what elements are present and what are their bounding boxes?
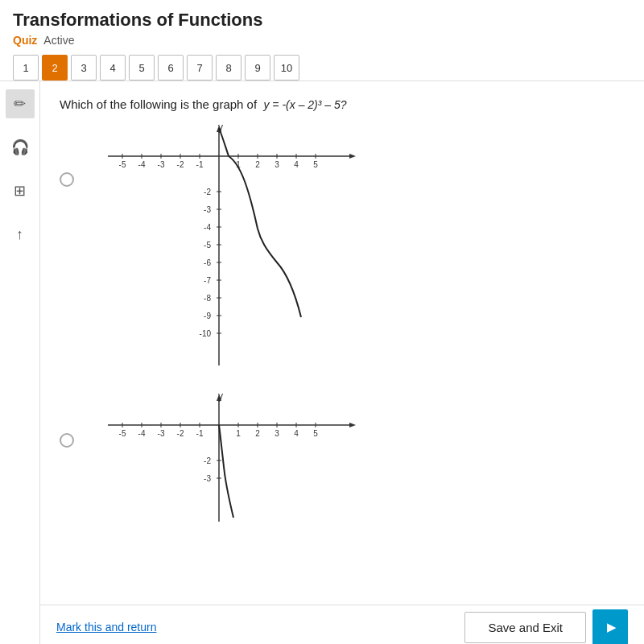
option-1-radio[interactable]	[60, 172, 74, 187]
save-exit-button[interactable]: Save and Exit	[464, 612, 586, 643]
tab-7[interactable]: 7	[187, 55, 213, 80]
svg-text:3: 3	[275, 429, 279, 438]
svg-text:-5: -5	[119, 160, 126, 169]
svg-text:-4: -4	[138, 160, 146, 169]
headphones-icon[interactable]: 🎧	[6, 133, 35, 162]
tab-10[interactable]: 10	[274, 55, 299, 80]
svg-text:-3: -3	[158, 429, 165, 438]
svg-text:-2: -2	[204, 456, 211, 465]
svg-text:-3: -3	[204, 474, 211, 483]
tab-3[interactable]: 3	[71, 55, 97, 80]
bottom-bar: Mark this and return Save and Exit ▶	[40, 605, 644, 644]
quiz-label: Quiz	[13, 34, 37, 47]
svg-text:-4: -4	[138, 429, 146, 438]
tab-4[interactable]: 4	[100, 55, 126, 80]
svg-text:-8: -8	[204, 294, 211, 303]
svg-text:-2: -2	[177, 160, 184, 169]
svg-text:-4: -4	[204, 223, 211, 232]
tab-9[interactable]: 9	[245, 55, 270, 80]
svg-text:-7: -7	[204, 276, 211, 285]
svg-text:5: 5	[313, 429, 318, 438]
content-area: Which of the following is the graph of y…	[40, 81, 644, 644]
active-label: Active	[43, 34, 74, 47]
mark-return-link[interactable]: Mark this and return	[56, 621, 157, 634]
svg-text:-10: -10	[200, 329, 212, 338]
page-title: Transformations of Functions	[13, 10, 631, 31]
svg-text:5: 5	[313, 160, 318, 169]
svg-text:-1: -1	[196, 429, 204, 438]
sidebar: ✏ 🎧 ⊞ ↑	[0, 81, 40, 644]
svg-marker-1	[349, 154, 356, 159]
svg-text:1: 1	[236, 429, 241, 438]
svg-text:4: 4	[294, 429, 299, 438]
svg-text:-5: -5	[204, 241, 211, 250]
graph-1-svg: y x -5 -4 -3 -2 -1	[84, 124, 357, 374]
main-layout: ✏ 🎧 ⊞ ↑ Which of the following is the gr…	[0, 81, 644, 644]
svg-text:-2: -2	[177, 429, 184, 438]
question-formula: y = -(x – 2)³ – 5?	[263, 98, 346, 111]
question-text: Which of the following is the graph of y…	[60, 97, 625, 111]
tab-8[interactable]: 8	[216, 55, 242, 80]
svg-text:4: 4	[294, 160, 299, 169]
top-bar: Transformations of Functions Quiz Active…	[0, 0, 644, 81]
tab-6[interactable]: 6	[158, 55, 184, 80]
graph-1-container: y x -5 -4 -3 -2 -1	[84, 124, 357, 374]
svg-text:y: y	[218, 393, 223, 402]
question-tabs: 1 2 3 4 5 6 7 8 9 10	[13, 55, 631, 80]
svg-text:-2: -2	[204, 188, 211, 196]
svg-text:-9: -9	[204, 312, 211, 320]
tab-1[interactable]: 1	[13, 55, 39, 80]
option-1-row: y x -5 -4 -3 -2 -1	[60, 124, 625, 374]
option-2-radio[interactable]	[60, 433, 74, 448]
svg-marker-45	[349, 423, 356, 427]
svg-text:2: 2	[255, 160, 260, 169]
graph-2-svg: y x -5 -4 -3 -2 -1 1	[84, 393, 357, 530]
svg-text:-5: -5	[119, 429, 126, 438]
options-container: y x -5 -4 -3 -2 -1	[60, 124, 625, 633]
tab-2[interactable]: 2	[42, 55, 68, 80]
calculator-icon[interactable]: ⊞	[6, 176, 35, 205]
svg-text:-6: -6	[204, 258, 211, 267]
quiz-status: Quiz Active	[13, 34, 631, 47]
svg-text:2: 2	[255, 429, 260, 438]
svg-text:3: 3	[275, 160, 279, 169]
svg-text:-3: -3	[204, 205, 211, 214]
pencil-icon[interactable]: ✏	[6, 89, 35, 118]
arrow-up-icon[interactable]: ↑	[6, 220, 35, 249]
svg-text:-3: -3	[158, 160, 165, 169]
graph-2-container: y x -5 -4 -3 -2 -1 1	[84, 393, 357, 530]
svg-text:-1: -1	[196, 160, 204, 169]
option-2-row: y x -5 -4 -3 -2 -1 1	[60, 393, 625, 530]
tab-5[interactable]: 5	[129, 55, 155, 80]
next-button[interactable]: ▶	[592, 609, 628, 644]
